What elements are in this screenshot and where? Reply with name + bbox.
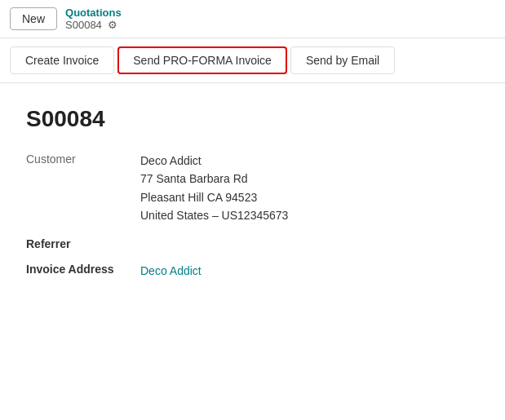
breadcrumb-area: Quotations S00084 ⚙ (65, 7, 122, 31)
create-invoice-button[interactable]: Create Invoice (10, 46, 114, 74)
customer-value: Deco Addict 77 Santa Barbara Rd Pleasant… (140, 152, 288, 225)
main-content: S00084 Customer Deco Addict 77 Santa Bar… (0, 83, 505, 314)
new-button[interactable]: New (10, 7, 57, 30)
document-id: S00084 (26, 106, 479, 132)
invoice-address-row: Invoice Address Deco Addict (26, 262, 479, 280)
customer-label: Customer (26, 152, 140, 166)
referrer-label: Referrer (26, 237, 140, 250)
breadcrumb-record-id: S00084 (65, 19, 102, 31)
action-bar: Create Invoice Send PRO-FORMA Invoice Se… (0, 38, 505, 83)
address-line1: 77 Santa Barbara Rd (140, 170, 288, 188)
customer-name[interactable]: Deco Addict (140, 154, 202, 167)
referrer-row: Referrer (26, 237, 479, 250)
send-email-button[interactable]: Send by Email (290, 46, 395, 74)
breadcrumb-sub: S00084 ⚙ (65, 19, 122, 31)
send-proforma-button[interactable]: Send PRO-FORMA Invoice (117, 46, 287, 74)
invoice-address-label: Invoice Address (26, 262, 140, 276)
breadcrumb-title[interactable]: Quotations (65, 7, 122, 19)
address-line3: United States – US12345673 (140, 206, 288, 224)
address-line2: Pleasant Hill CA 94523 (140, 188, 288, 206)
invoice-address-value[interactable]: Deco Addict (140, 262, 202, 280)
top-bar: New Quotations S00084 ⚙ (0, 0, 505, 38)
customer-row: Customer Deco Addict 77 Santa Barbara Rd… (26, 152, 479, 225)
gear-icon[interactable]: ⚙ (107, 20, 118, 31)
